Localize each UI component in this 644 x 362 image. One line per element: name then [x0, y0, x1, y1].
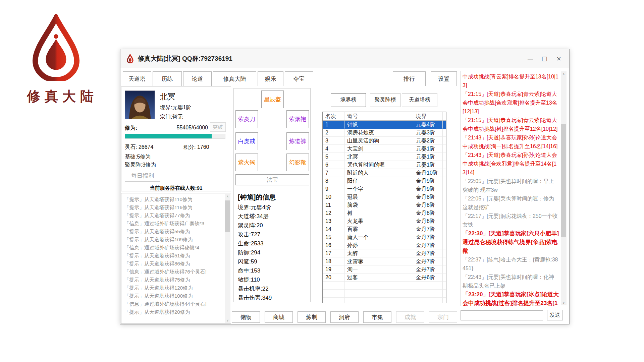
table-row[interactable]: 13火龙果金丹8阶 [323, 217, 446, 225]
equip-slot-幻影靴[interactable]: 幻影靴 [286, 154, 309, 171]
equip-slot-星辰盔[interactable]: 星辰盔 [261, 90, 284, 108]
scroll-down-icon[interactable]: ∨ [561, 300, 567, 305]
tab-历练[interactable]: 历练 [153, 71, 182, 86]
settings-button[interactable]: 设置 [431, 71, 457, 86]
daily-welfare-button[interactable]: 每日福利 [125, 170, 160, 182]
stat-line: 敏捷:110 [238, 275, 272, 284]
table-row[interactable]: 14百霖金丹7阶 [323, 225, 446, 233]
log-line: 「信息」通过域外矿场获得秘银*4 [124, 244, 223, 252]
table-row[interactable]: 2洞房花烛夜元婴3阶 [323, 129, 446, 137]
log-line: 「提示」从天道塔获得55修为 [124, 228, 223, 236]
chat-message: 「23:20」[天道]恭喜玩家[冰点]论道大会中成功挑战[过客]排名提升至23名… [463, 290, 559, 306]
scroll-down-icon[interactable]: ∨ [225, 318, 230, 323]
table-row[interactable]: 3山里灵活的狗元婴2阶 [323, 137, 446, 145]
treasure-slot-button[interactable]: 法宝 [235, 174, 309, 185]
bottom-button-洞府[interactable]: 洞府 [330, 311, 359, 323]
table-row[interactable]: 10冠晨金丹8阶 [323, 193, 446, 201]
bottom-button-宗门[interactable]: 宗门 [429, 311, 457, 323]
table-row[interactable]: 20过客金丹6阶 [323, 274, 446, 282]
bottom-button-商城[interactable]: 商城 [265, 311, 293, 323]
tab-修真大陆[interactable]: 修真大陆 [213, 71, 256, 86]
log-scrollbar[interactable]: ∧ ∨ [225, 194, 230, 323]
array-cultivation-rate: 聚灵阵:3修为 [125, 162, 156, 169]
scroll-up-icon[interactable]: ∧ [561, 71, 567, 77]
table-row[interactable]: 16孙孙金丹7阶 [323, 241, 446, 249]
equip-slot-紫火镯[interactable]: 紫火镯 [235, 154, 258, 171]
stat-line: 攻击:727 [238, 230, 272, 239]
cell-c3: 元婴3阶 [413, 129, 443, 137]
breakthrough-button[interactable]: 突破 [210, 122, 226, 132]
tab-娱乐[interactable]: 娱乐 [258, 71, 283, 86]
table-row[interactable]: 1钟馗元婴4阶 [323, 121, 446, 129]
table-row[interactable]: 8阳仔金丹9阶 [323, 177, 446, 185]
table-row[interactable]: 15庸人一个金丹7阶 [323, 233, 446, 241]
cell-c2: 一个字 [344, 185, 413, 193]
log-scrollbar-thumb[interactable] [225, 200, 230, 232]
chat-panel: 中成功挑战[青云紫]排名提升至13名[10|13]「21:15」[天道]恭喜玩家… [461, 71, 567, 306]
scroll-up-icon[interactable]: ∧ [225, 194, 230, 199]
table-row[interactable]: 5北冥元婴1阶 [323, 153, 446, 161]
cell-c4 [443, 177, 446, 185]
table-row[interactable]: 4大宝剑元婴1阶 [323, 145, 446, 153]
equip-slot-紫烟袍[interactable]: 紫烟袍 [286, 110, 309, 128]
equip-slot-紫炎刀[interactable]: 紫炎刀 [235, 110, 258, 128]
tab-夺宝[interactable]: 夺宝 [285, 71, 313, 86]
cell-c4 [443, 169, 446, 177]
table-row[interactable]: 12树金丹8阶 [323, 209, 446, 217]
cell-c4 [443, 217, 446, 225]
chat-message: 中成功挑战[青云紫]排名提升至13名[10|13] [463, 72, 559, 90]
tab-论道[interactable]: 论道 [183, 71, 212, 86]
bottom-action-bar: 储物商城炼制洞府市集成就宗门 [232, 311, 457, 323]
cell-c3: 金丹9阶 [413, 185, 443, 193]
chat-message: 「21:43」[天道]恭喜玩家[孙孙]论道大会中成功挑战[洵一]排名提升至16名… [463, 133, 559, 151]
cell-c4 [443, 282, 446, 290]
cell-c3: 金丹8阶 [413, 209, 443, 217]
log-line: 「提示」从天道塔获得51修为 [124, 252, 223, 260]
cell-c1: 13 [323, 217, 344, 225]
character-realm: 境界:元婴1阶 [160, 104, 191, 111]
minimize-button[interactable]: — [524, 53, 537, 64]
rank-button[interactable]: 排行 [393, 71, 426, 86]
table-row[interactable]: 11脑袋金丹8阶 [323, 201, 446, 209]
chat-message: 「21:43」[天道]恭喜玩家[孙孙]论道大会中成功挑战[合欢邪君]排名提升至1… [463, 151, 559, 177]
chat-scrollbar[interactable]: ∧ ∨ [561, 71, 567, 305]
spirit-stone-value: 灵石: 26674 [125, 144, 153, 151]
points-value: 积分: 1760 [183, 144, 209, 151]
cell-c2: 北冥 [344, 153, 413, 161]
bottom-button-成就[interactable]: 成就 [396, 311, 424, 323]
bottom-button-炼制[interactable]: 炼制 [298, 311, 326, 323]
lb-tab-聚灵阵榜[interactable]: 聚灵阵榜 [370, 93, 400, 107]
chat-input[interactable] [461, 310, 543, 320]
bottom-button-储物[interactable]: 储物 [232, 311, 260, 323]
chat-message: 「22:37」[练气]哈士奇大王：{黄鹿袍:38451} [463, 255, 559, 273]
table-row[interactable]: 19洵一金丹7阶 [323, 265, 446, 274]
stat-line: 天道塔:34层 [238, 212, 272, 221]
cell-c2: 冠晨 [344, 193, 413, 201]
flame-logo-icon [27, 14, 86, 81]
equip-slot-炼道裤[interactable]: 炼道裤 [286, 132, 309, 150]
stat-line: 暴击伤害:349 [238, 293, 272, 302]
bottom-button-市集[interactable]: 市集 [363, 311, 391, 323]
lb-tab-境界榜[interactable]: 境界榜 [331, 93, 366, 107]
cell-c3 [413, 282, 443, 290]
lb-tab-天道塔榜[interactable]: 天道塔榜 [402, 93, 437, 107]
cell-c1: 3 [323, 137, 344, 145]
cell-c4 [443, 121, 446, 129]
equip-slot-白虎戒[interactable]: 白虎戒 [235, 132, 258, 150]
log-line: 「提示」从天道塔获得109修为 [124, 236, 223, 244]
send-button[interactable]: 发送 [547, 310, 563, 320]
table-row[interactable]: 17太醉金丹7阶 [323, 249, 446, 257]
tab-天道塔[interactable]: 天道塔 [123, 71, 151, 86]
maximize-button[interactable]: □ [538, 53, 551, 64]
table-row[interactable]: 18亚雷嘛金丹7阶 [323, 257, 446, 265]
table-row[interactable]: 9一个字金丹9阶 [323, 185, 446, 193]
chat-scrollbar-thumb[interactable] [561, 124, 566, 237]
table-row[interactable]: 7附近的人金丹10阶 [323, 169, 446, 177]
cell-c3 [413, 298, 443, 303]
close-button[interactable]: × [552, 53, 565, 64]
table-row[interactable]: 6哭也算时间的喔元婴1阶 [323, 161, 446, 169]
stat-line: 暴击机率:22 [238, 284, 272, 293]
cell-c3: 金丹9阶 [413, 177, 443, 185]
app-flame-icon [126, 54, 134, 63]
cell-c2: 阳仔 [344, 177, 413, 185]
